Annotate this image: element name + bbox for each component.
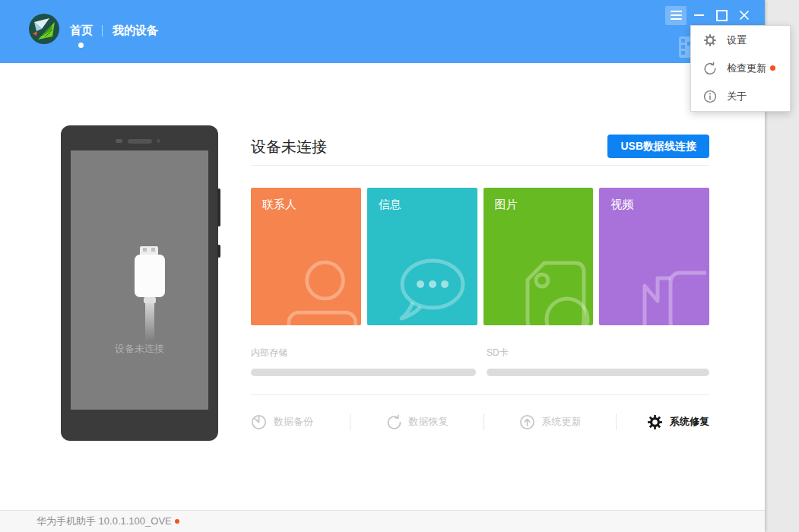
phone-camera-dot (116, 139, 122, 143)
menu-about-label: 关于 (727, 90, 747, 103)
toolbar-restore-label: 数据恢复 (409, 415, 449, 429)
toolbar-item-restore[interactable]: 数据恢复 (386, 414, 449, 430)
bottom-toolbar: 数据备份 数据恢复 (251, 410, 709, 433)
camera-icon (522, 252, 590, 325)
gear-icon (703, 33, 717, 47)
app-window: 首页 我的设备 (0, 0, 765, 532)
titlebar: 首页 我的设备 (0, 0, 765, 63)
phone-volume-button (217, 188, 220, 226)
tab-home[interactable]: 首页 (70, 24, 93, 38)
minimize-button[interactable] (688, 6, 709, 25)
usb-cable (145, 303, 154, 341)
section-divider (251, 394, 709, 395)
toolbar-item-system-update[interactable]: 系统更新 (519, 414, 582, 430)
usb-plug-icon (135, 255, 165, 297)
maximize-icon (716, 10, 728, 21)
tab-home-label: 首页 (70, 24, 93, 36)
phone-speaker-bar (128, 139, 152, 144)
update-arrow-icon (519, 414, 535, 430)
sd-card-label: SD卡 (487, 347, 509, 359)
toolbar-item-system-repair[interactable]: 系统修复 (647, 414, 709, 430)
app-version-text: 华为手机助手 10.0.1.100_OVE (36, 515, 172, 528)
tile-messages[interactable]: 信息 (367, 188, 477, 325)
tile-videos-label: 视频 (610, 198, 633, 212)
menu-check-update-label: 检查更新 (727, 62, 766, 75)
menu-item-about[interactable]: 关于 (691, 82, 790, 110)
tile-messages-label: 信息 (379, 198, 401, 212)
usb-plug-neck (144, 297, 156, 303)
maximize-button[interactable] (711, 6, 732, 25)
menu-item-settings[interactable]: 设置 (691, 26, 790, 54)
phone-illustration: 设备未连接 (61, 125, 218, 441)
tile-contacts[interactable]: 联系人 (251, 188, 361, 325)
tile-pictures-label: 图片 (495, 198, 518, 212)
message-bubble-icon (387, 254, 474, 325)
tab-my-device-label: 我的设备 (113, 24, 158, 36)
internal-storage-label: 内部存储 (251, 347, 287, 359)
tile-contacts-label: 联系人 (262, 198, 296, 212)
footer-statusbar: 华为手机助手 10.0.1.100_OVE (0, 510, 765, 532)
tile-videos[interactable]: 视频 (599, 188, 709, 325)
toolbar-item-backup[interactable]: 数据备份 (251, 414, 313, 430)
app-logo-icon (29, 14, 59, 44)
category-tiles: 联系人 信息 图片 (251, 188, 709, 325)
section-divider (251, 165, 709, 166)
app-menu-dropdown: 设置 检查更新 关于 (690, 25, 791, 112)
phone-status-text: 设备未连接 (71, 342, 208, 356)
desktop-background: 首页 我的设备 (0, 0, 799, 532)
info-icon (703, 90, 717, 103)
tab-my-device[interactable]: 我的设备 (113, 24, 158, 38)
video-camera-icon (634, 252, 706, 325)
usb-connect-button[interactable]: USB数据线连接 (607, 135, 709, 158)
update-available-dot (770, 65, 775, 71)
device-status-heading: 设备未连接 (251, 137, 327, 157)
sd-card-bar (487, 369, 709, 376)
toolbar-update-label: 系统更新 (542, 415, 582, 429)
close-button[interactable] (734, 6, 755, 25)
toolbar-repair-label: 系统修复 (670, 415, 709, 429)
menu-settings-label: 设置 (727, 33, 747, 47)
close-icon (739, 10, 750, 21)
toolbar-backup-label: 数据备份 (274, 415, 313, 429)
backup-pie-icon (251, 414, 267, 430)
phone-sensor-dot (157, 139, 160, 143)
contacts-person-icon (278, 250, 358, 325)
repair-gear-icon (647, 414, 663, 430)
tab-divider (102, 25, 103, 36)
restore-arrow-icon (386, 414, 402, 430)
phone-screen: 设备未连接 (71, 150, 208, 410)
phone-power-button (217, 245, 220, 258)
window-controls (664, 5, 755, 25)
hamburger-icon (671, 8, 682, 22)
hamburger-menu-button[interactable] (665, 6, 686, 25)
update-notification-dot (175, 519, 179, 524)
internal-storage-bar (251, 369, 476, 376)
minimize-icon (694, 14, 704, 16)
active-tab-indicator-dot (78, 43, 84, 48)
menu-item-check-update[interactable]: 检查更新 (691, 54, 790, 82)
refresh-icon (703, 62, 717, 75)
tile-pictures[interactable]: 图片 (484, 188, 594, 325)
